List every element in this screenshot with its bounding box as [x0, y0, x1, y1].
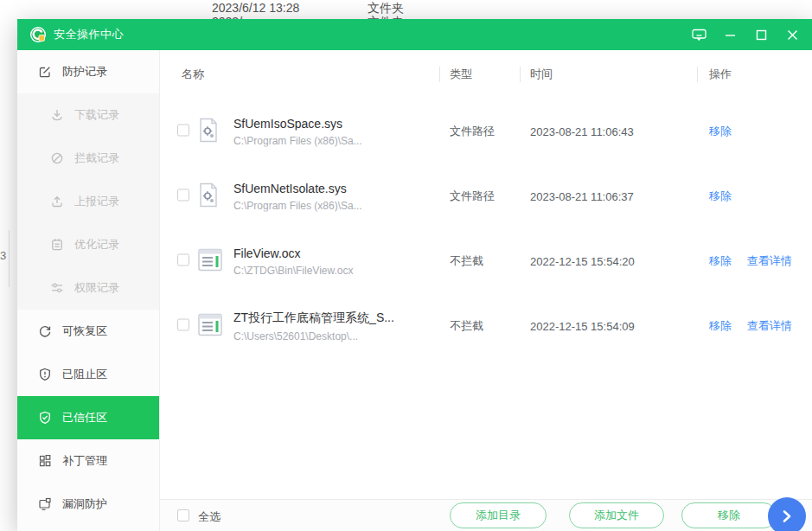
column-header-time: 时间 — [530, 67, 553, 82]
sidebar-item-label: 已阻止区 — [62, 367, 107, 382]
file-path: C:\Program Files (x86)\Sa... — [233, 199, 437, 211]
sidebar-item-patch-management[interactable]: 补丁管理 — [17, 439, 159, 483]
sidebar-item-label: 漏洞防护 — [62, 496, 107, 512]
monitor-icon — [38, 497, 52, 511]
chevron-right-icon — [781, 509, 793, 523]
column-divider — [439, 67, 440, 82]
feedback-icon — [692, 29, 707, 42]
feedback-button[interactable] — [687, 23, 710, 46]
clipboard-icon — [50, 238, 64, 252]
file-name: ZT投行工作底稿管理系统_S... — [233, 310, 437, 325]
sidebar-item-label: 已信任区 — [62, 410, 107, 425]
column-header-type: 类型 — [450, 67, 472, 82]
column-divider — [697, 67, 698, 82]
file-name: SfUemIsoSpace.sys — [233, 116, 437, 130]
sidebar-item-label: 防护记录 — [62, 64, 107, 80]
view-details-link[interactable]: 查看详情 — [747, 319, 792, 332]
add-file-button[interactable]: 添加文件 — [569, 502, 664, 528]
view-details-link[interactable]: 查看详情 — [747, 254, 792, 267]
file-name: SfUemNetIsolate.sys — [233, 181, 437, 195]
edit-icon — [38, 65, 52, 79]
restore-icon — [38, 324, 52, 338]
bg-explorer-date: 2023/6/12 13:28 — [212, 1, 299, 15]
remove-link[interactable]: 移除 — [709, 125, 732, 138]
close-icon — [787, 29, 798, 41]
entry-type: 不拦截 — [450, 253, 483, 269]
titlebar[interactable]: 安全操作中心 — [17, 19, 812, 50]
doc-file-icon — [197, 247, 223, 274]
doc-file-icon — [197, 312, 223, 339]
sys-file-icon — [197, 182, 220, 210]
add-directory-button[interactable]: 添加目录 — [450, 502, 547, 528]
remove-button[interactable]: 移除 — [681, 502, 777, 528]
column-header-operation: 操作 — [709, 67, 732, 82]
patch-icon — [38, 454, 52, 468]
app-logo-icon — [29, 26, 47, 43]
column-header-name: 名称 — [182, 67, 204, 82]
table-row: SfUemNetIsolate.sys C:\Program Files (x8… — [160, 163, 812, 228]
sidebar-item-recoverable-zone[interactable]: 可恢复区 — [17, 310, 159, 353]
block-icon — [50, 151, 64, 165]
minimize-button[interactable] — [719, 23, 741, 46]
minimize-icon — [725, 29, 736, 41]
row-checkbox[interactable] — [177, 253, 189, 266]
row-checkbox[interactable] — [177, 189, 189, 201]
sidebar-item-label: 拦截记录 — [74, 150, 119, 166]
sidebar-item-trusted-zone[interactable]: 已信任区 — [17, 396, 159, 439]
security-center-window: 安全操作中心 — [17, 19, 812, 531]
remove-link[interactable]: 移除 — [709, 189, 732, 202]
bg-edge-digit: 3 — [0, 249, 6, 262]
entry-time: 2023-08-21 11:06:43 — [530, 125, 634, 138]
sidebar-item-label: 权限记录 — [74, 280, 119, 296]
row-checkbox[interactable] — [177, 318, 189, 330]
entry-type: 不拦截 — [450, 318, 483, 334]
upload-icon — [50, 195, 64, 208]
sidebar-item-blocked-zone[interactable]: 已阻止区 — [17, 353, 159, 396]
file-path: C:\Users\52601\Desktop\... — [233, 329, 437, 342]
table-row: SfUemIsoSpace.sys C:\Program Files (x86)… — [160, 99, 812, 163]
entry-type: 文件路径 — [450, 189, 495, 204]
shield-check-icon — [38, 411, 52, 425]
sidebar-item-protection-records[interactable]: 防护记录 — [17, 50, 159, 93]
sidebar-item-report-records[interactable]: 上报记录 — [17, 180, 159, 223]
sys-file-icon — [197, 117, 220, 145]
close-button[interactable] — [781, 23, 803, 46]
sidebar-item-label: 优化记录 — [74, 237, 119, 253]
sidebar-item-label: 下载记录 — [74, 107, 119, 123]
sidebar-item-optimize-records[interactable]: 优化记录 — [17, 223, 159, 266]
table-row: ZT投行工作底稿管理系统_S... C:\Users\52601\Desktop… — [160, 293, 812, 358]
footer-bar: 全选 添加目录 添加文件 移除 — [160, 499, 812, 531]
entry-type: 文件路径 — [450, 124, 495, 139]
table-row: FileView.ocx C:\ZTDG\Bin\FileView.ocx 不拦… — [160, 228, 812, 293]
select-all-label: 全选 — [198, 509, 221, 525]
entry-time: 2022-12-15 15:54:20 — [530, 254, 635, 267]
sidebar-item-label: 补丁管理 — [62, 453, 107, 469]
column-divider — [520, 67, 521, 82]
file-path: C:\Program Files (x86)\Sa... — [233, 134, 437, 146]
shield-exclaim-icon — [38, 368, 52, 381]
entry-time: 2023-08-21 11:06:37 — [530, 189, 634, 202]
sliders-icon — [50, 281, 64, 295]
bg-window-edge — [9, 230, 10, 287]
row-checkbox[interactable] — [177, 124, 189, 136]
download-icon — [50, 108, 64, 122]
sidebar-item-label: 可恢复区 — [62, 323, 107, 339]
select-all-checkbox[interactable] — [177, 509, 189, 521]
sidebar-item-permission-records[interactable]: 权限记录 — [17, 266, 159, 310]
maximize-button[interactable] — [750, 23, 772, 46]
next-fab-button[interactable] — [768, 497, 806, 531]
remove-link[interactable]: 移除 — [709, 319, 732, 332]
maximize-icon — [756, 29, 767, 41]
sidebar-subgroup-records: 下载记录 拦截记录 上报记录 优化记录 — [17, 93, 159, 310]
window-title: 安全操作中心 — [54, 27, 124, 42]
remove-link[interactable]: 移除 — [709, 254, 732, 267]
sidebar-item-intercept-records[interactable]: 拦截记录 — [17, 137, 159, 180]
trusted-zone-panel: 名称 类型 时间 操作 SfUemIsoSpace.sys C:\Program… — [160, 50, 812, 531]
table-header: 名称 类型 时间 操作 — [160, 50, 812, 99]
sidebar-item-vulnerability-protection[interactable]: 漏洞防护 — [17, 483, 159, 526]
file-name: FileView.ocx — [233, 246, 437, 259]
entry-time: 2022-12-15 15:54:09 — [530, 319, 635, 332]
sidebar: 防护记录 下载记录 拦截记录 上报记录 — [17, 50, 160, 531]
file-path: C:\ZTDG\Bin\FileView.ocx — [233, 264, 437, 276]
sidebar-item-download-records[interactable]: 下载记录 — [17, 93, 159, 137]
